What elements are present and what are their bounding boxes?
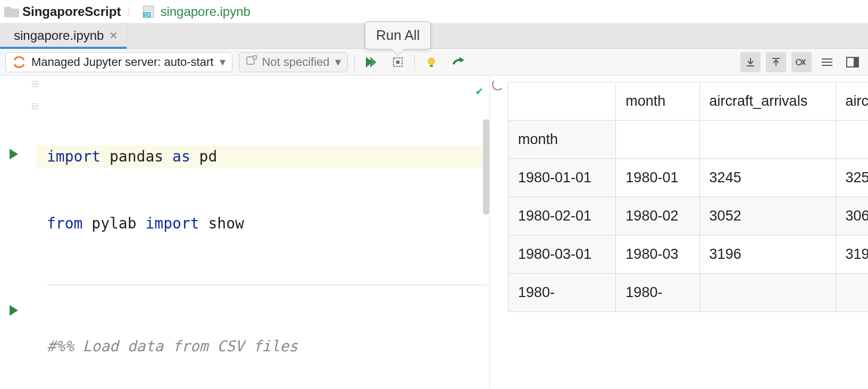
- index-cell: 1980-03-01: [508, 235, 616, 274]
- split-view-button[interactable]: [842, 52, 863, 72]
- separator: [414, 54, 415, 70]
- table-row[interactable]: 1980-01-01 1980-01 3245 325: [508, 159, 869, 197]
- tab-singapore-ipynb[interactable]: IP singapore.ipynb ✕: [0, 23, 127, 48]
- cell-divider: [47, 285, 487, 285]
- chevron-down-icon: ▾: [220, 55, 226, 69]
- output-panel: month aircraft_arrivals aircr month 1980…: [489, 75, 868, 389]
- table-cell: 1980-02: [616, 197, 699, 235]
- identifier: pylab: [91, 215, 136, 232]
- keyword: from: [47, 215, 82, 232]
- chevron-down-icon: ▾: [335, 55, 341, 69]
- keyword: import: [47, 148, 101, 165]
- table-cell: [699, 274, 836, 312]
- tab-label: singapore.ipynb: [14, 28, 104, 43]
- editor-gutter: [0, 75, 36, 389]
- table-cell: [836, 274, 868, 312]
- scrollbar-thumb[interactable]: [483, 119, 489, 215]
- table-cell: 1980-03: [616, 235, 699, 274]
- upload-button[interactable]: [766, 52, 786, 72]
- table-cell: 319: [836, 235, 868, 274]
- breadcrumb-file[interactable]: singapore.ipynb: [160, 4, 250, 19]
- jupyter-server-label: Managed Jupyter server: auto-start: [31, 55, 213, 69]
- index-cell: 1980-02-01: [508, 197, 616, 235]
- python-env-icon: [246, 55, 257, 70]
- identifier: pandas: [110, 148, 163, 165]
- table-cell: 306: [836, 197, 868, 235]
- index-cell: 1980-01-01: [508, 159, 616, 197]
- index-label: month: [508, 121, 616, 159]
- svg-marker-9: [370, 57, 377, 67]
- identifier: show: [208, 215, 244, 232]
- table-header: [616, 121, 699, 159]
- check-ok-icon: ✔: [476, 80, 483, 102]
- svg-point-15: [796, 60, 802, 65]
- intention-bulb-icon[interactable]: [421, 52, 441, 72]
- notebook-file-icon: IP: [142, 5, 157, 18]
- index-cell: 1980-: [508, 274, 616, 312]
- keyword: as: [172, 148, 190, 165]
- table-cell: 3196: [699, 235, 836, 274]
- breadcrumb: SingaporeScript 〉 IP singapore.ipynb: [0, 0, 868, 23]
- table-row[interactable]: 1980- 1980-: [508, 274, 869, 312]
- notebook-toolbar: Run All Managed Jupyter server: auto-sta…: [0, 49, 868, 75]
- table-row[interactable]: 1980-02-01 1980-02 3052 306: [508, 197, 869, 235]
- table-header: [836, 121, 868, 159]
- svg-rect-11: [396, 61, 399, 64]
- soft-wrap-button[interactable]: [817, 52, 837, 72]
- jupyter-server-select[interactable]: Managed Jupyter server: auto-start ▾: [5, 52, 232, 72]
- dataframe-table[interactable]: month aircraft_arrivals aircr month 1980…: [508, 82, 868, 312]
- svg-text:IP: IP: [144, 13, 150, 18]
- table-cell: 1980-: [616, 274, 699, 312]
- svg-point-12: [428, 57, 435, 65]
- tab-bar: IP singapore.ipynb ✕: [0, 23, 868, 49]
- identifier: pd: [199, 148, 218, 165]
- main-split: ✔ import pandas as pd from pylab import …: [0, 75, 868, 389]
- table-cell: 1980-01: [616, 159, 699, 197]
- run-cell-button[interactable]: [10, 305, 18, 316]
- interpreter-label: Not specified: [262, 55, 329, 69]
- table-row[interactable]: 1980-03-01 1980-03 3196 319: [508, 235, 869, 274]
- table-header: month: [616, 82, 699, 121]
- chevron-right-icon: 〉: [126, 4, 137, 19]
- run-cell-button[interactable]: [10, 149, 18, 159]
- folder-icon: [4, 6, 19, 18]
- code-area[interactable]: ✔ import pandas as pd from pylab import …: [36, 75, 489, 389]
- separator: [354, 54, 355, 70]
- svg-marker-14: [459, 57, 464, 62]
- comment: #%% Load data from CSV files: [47, 337, 298, 355]
- close-icon[interactable]: ✕: [109, 29, 118, 42]
- table-cell: 325: [836, 159, 868, 197]
- table-header: [699, 121, 836, 159]
- table-header: [508, 82, 616, 121]
- svg-rect-20: [854, 57, 858, 67]
- sync-icon[interactable]: [448, 52, 468, 72]
- run-all-button[interactable]: [361, 52, 381, 72]
- table-header: aircr: [836, 82, 868, 121]
- table-header: aircraft_arrivals: [699, 82, 836, 121]
- svg-rect-13: [430, 65, 433, 67]
- run-all-tooltip: Run All: [365, 21, 431, 49]
- tooltip-label: Run All: [376, 27, 420, 43]
- interpreter-select[interactable]: Not specified ▾: [239, 52, 347, 72]
- code-editor[interactable]: ✔ import pandas as pd from pylab import …: [0, 75, 489, 389]
- breadcrumb-project[interactable]: SingaporeScript: [22, 4, 121, 19]
- jupyter-icon: [12, 55, 26, 69]
- keyword: import: [145, 215, 199, 232]
- download-button[interactable]: [740, 52, 761, 72]
- table-cell: 3052: [699, 197, 836, 235]
- table-cell: 3245: [699, 159, 836, 197]
- svg-rect-7: [253, 56, 256, 59]
- variables-button[interactable]: [791, 52, 812, 72]
